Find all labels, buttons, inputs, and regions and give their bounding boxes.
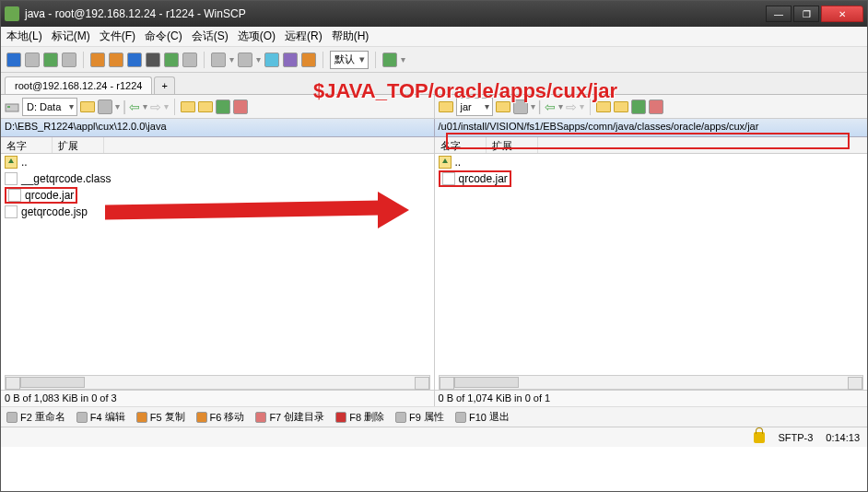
protocol-label: SFTP-3 bbox=[778, 432, 813, 443]
menu-local[interactable]: 本地(L) bbox=[6, 29, 42, 44]
home-icon[interactable] bbox=[181, 101, 195, 112]
file-row[interactable]: getqrcode.jsp bbox=[1, 204, 434, 220]
tool-end-icon[interactable] bbox=[382, 53, 397, 67]
copy-icon[interactable] bbox=[90, 53, 105, 67]
separator bbox=[204, 52, 205, 68]
annotation-path-box bbox=[446, 133, 850, 149]
dropdown-caret-icon[interactable]: ▾ bbox=[229, 54, 234, 64]
file-name: qrcode.jar bbox=[459, 172, 508, 185]
scroll-thumb[interactable] bbox=[454, 377, 519, 388]
fk-delete[interactable]: F8 删除 bbox=[335, 410, 384, 424]
new-session-icon[interactable] bbox=[6, 53, 21, 67]
h-scrollbar[interactable] bbox=[5, 375, 430, 390]
layout-a-icon[interactable] bbox=[211, 53, 226, 67]
local-drive-combo[interactable]: D: Data bbox=[22, 98, 77, 116]
new-tab-button[interactable]: + bbox=[154, 76, 174, 94]
local-path[interactable]: D:\EBS_R1224\appl\cux\12.0.0\java bbox=[1, 119, 434, 137]
menu-remote[interactable]: 远程(R) bbox=[285, 29, 323, 44]
file-name: qrcode.jar bbox=[25, 189, 74, 202]
remote-pane[interactable]: .. qrcode.jar bbox=[434, 154, 868, 390]
fk-move[interactable]: F6 移动 bbox=[196, 410, 245, 424]
maximize-button[interactable]: ❐ bbox=[793, 6, 819, 22]
h-scrollbar[interactable] bbox=[439, 375, 864, 390]
nav-back-icon[interactable] bbox=[98, 99, 112, 114]
dropdown-caret-icon[interactable]: ▾ bbox=[143, 101, 147, 111]
app-icon bbox=[5, 6, 19, 21]
fk-copy[interactable]: F5 复制 bbox=[136, 410, 185, 424]
tool-j-icon[interactable] bbox=[182, 53, 197, 67]
separator bbox=[323, 52, 323, 68]
refresh-icon[interactable] bbox=[164, 53, 179, 67]
file-row[interactable]: qrcode.jar bbox=[435, 170, 868, 187]
transfer-mode-combo[interactable]: 默认 bbox=[330, 51, 369, 69]
filter-icon[interactable] bbox=[264, 53, 279, 67]
terminal-icon[interactable] bbox=[146, 53, 160, 67]
fk-mkdir[interactable]: F7 创建目录 bbox=[255, 410, 324, 424]
transfer-mode-label: 默认 bbox=[334, 53, 355, 66]
dropdown-caret-icon[interactable]: ▾ bbox=[256, 54, 261, 64]
menu-mark[interactable]: 标记(M) bbox=[52, 29, 90, 44]
move-icon[interactable] bbox=[109, 53, 123, 67]
fk-key: F7 bbox=[269, 412, 281, 423]
rename-icon bbox=[6, 412, 18, 423]
layout-b-icon[interactable] bbox=[238, 53, 252, 67]
find-icon[interactable] bbox=[233, 99, 248, 114]
open-folder-icon[interactable] bbox=[80, 101, 95, 112]
dropdown-caret-icon[interactable]: ▾ bbox=[115, 101, 120, 111]
highlighted-file: qrcode.jar bbox=[439, 170, 511, 187]
close-button[interactable]: ✕ bbox=[821, 6, 863, 22]
new-tab-label: + bbox=[161, 80, 167, 91]
file-name: getqrcode.jsp bbox=[21, 205, 88, 218]
menu-file[interactable]: 文件(F) bbox=[100, 29, 135, 44]
menu-help[interactable]: 帮助(H) bbox=[332, 29, 369, 44]
file-panes: .. __getqrcode.class qrcode.jar getqrcod… bbox=[1, 154, 867, 390]
separator bbox=[375, 52, 376, 68]
tool-b-icon[interactable] bbox=[25, 53, 40, 67]
local-pane[interactable]: .. __getqrcode.class qrcode.jar getqrcod… bbox=[1, 154, 434, 390]
col-ext[interactable]: 扩展 bbox=[53, 137, 104, 153]
fk-key: F5 bbox=[150, 412, 162, 423]
remote-status: 0 B of 1,074 KiB in 0 of 1 bbox=[434, 391, 868, 406]
fk-edit[interactable]: F4 编辑 bbox=[76, 410, 125, 424]
find-icon[interactable] bbox=[649, 99, 663, 114]
menu-options[interactable]: 选项(O) bbox=[238, 29, 276, 44]
tool-c-icon[interactable] bbox=[43, 53, 58, 67]
fk-rename[interactable]: F2 重命名 bbox=[6, 410, 65, 424]
tool-d-icon[interactable] bbox=[62, 53, 76, 67]
minimize-button[interactable]: — bbox=[766, 6, 792, 22]
queue-icon[interactable] bbox=[283, 53, 298, 67]
root-icon[interactable] bbox=[198, 101, 213, 112]
up-dir-icon bbox=[439, 156, 452, 169]
lock-icon bbox=[754, 432, 765, 443]
nav-sep: | bbox=[123, 99, 126, 115]
separator bbox=[174, 99, 175, 115]
dropdown-caret-icon[interactable]: ▾ bbox=[401, 54, 405, 64]
fk-exit[interactable]: F10 退出 bbox=[455, 410, 510, 424]
file-row[interactable]: qrcode.jar bbox=[1, 187, 434, 204]
menu-session[interactable]: 会话(S) bbox=[192, 29, 229, 44]
parent-dir-label: .. bbox=[455, 156, 462, 169]
refresh-icon[interactable] bbox=[216, 99, 230, 114]
session-tab-label: root@192.168.12.24 - r1224 bbox=[15, 80, 142, 91]
nav-back-arrow-icon[interactable]: ⇦ bbox=[129, 99, 140, 114]
file-row[interactable]: __getqrcode.class bbox=[1, 170, 434, 187]
session-tab[interactable]: root@192.168.12.24 - r1224 bbox=[5, 76, 152, 94]
scroll-thumb[interactable] bbox=[20, 377, 85, 388]
refresh-icon[interactable] bbox=[631, 99, 646, 114]
fk-label: 编辑 bbox=[105, 410, 125, 424]
elapsed-time: 0:14:13 bbox=[826, 432, 860, 443]
fk-props[interactable]: F9 属性 bbox=[395, 410, 444, 424]
edit-icon bbox=[76, 412, 88, 423]
parent-dir-label: .. bbox=[21, 156, 28, 169]
copy-icon bbox=[136, 412, 147, 423]
menu-command[interactable]: 命令(C) bbox=[145, 29, 182, 44]
parent-dir-row[interactable]: .. bbox=[1, 154, 434, 170]
fk-key: F2 bbox=[20, 412, 32, 423]
fk-key: F8 bbox=[349, 412, 361, 423]
col-name[interactable]: 名字 bbox=[1, 137, 53, 153]
parent-dir-row[interactable]: .. bbox=[435, 154, 868, 170]
compare-icon[interactable] bbox=[301, 53, 316, 67]
nav-fwd-arrow-icon: ⇨ bbox=[150, 99, 161, 114]
file-icon bbox=[5, 172, 18, 185]
sync-icon[interactable] bbox=[127, 53, 142, 67]
